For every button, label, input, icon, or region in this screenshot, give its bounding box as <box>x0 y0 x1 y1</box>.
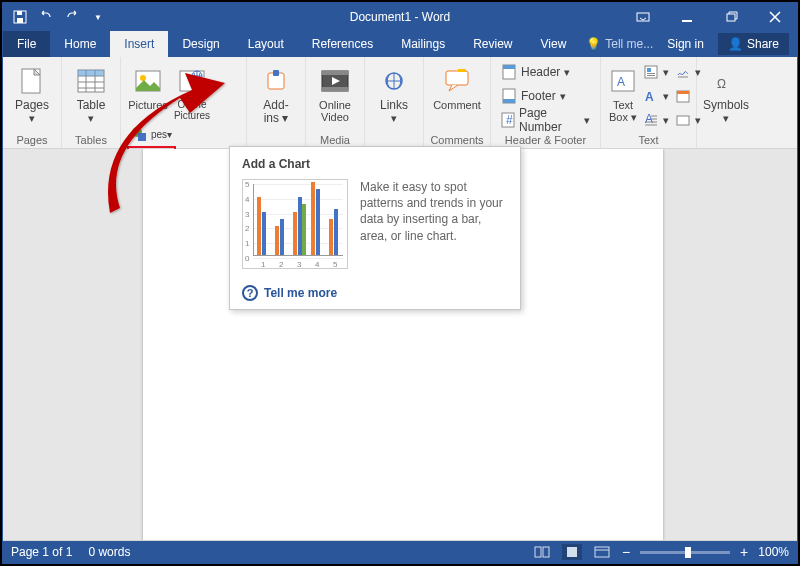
drop-cap-icon: A <box>643 112 659 128</box>
tab-view[interactable]: View <box>527 31 581 57</box>
svg-text:A: A <box>617 75 625 89</box>
tab-mailings[interactable]: Mailings <box>387 31 459 57</box>
symbols-button[interactable]: Ω Symbols▾ <box>703 61 749 124</box>
online-pictures-icon <box>176 65 208 97</box>
tell-me-search[interactable]: 💡Tell me... <box>586 37 653 51</box>
print-layout-button[interactable] <box>562 544 582 560</box>
quick-access-toolbar: ▼ <box>3 6 109 28</box>
svg-rect-40 <box>647 75 655 76</box>
svg-rect-50 <box>595 547 609 557</box>
tab-review[interactable]: Review <box>459 31 526 57</box>
pages-button[interactable]: Pages▾ <box>9 61 55 124</box>
table-icon <box>75 65 107 97</box>
text-box-icon: A <box>607 65 639 97</box>
ribbon-options-icon[interactable] <box>621 3 665 31</box>
group-links: Links▾ . <box>365 57 424 148</box>
zoom-out-button[interactable]: − <box>622 544 630 560</box>
svg-rect-5 <box>727 14 735 21</box>
group-header-footer: Header ▾ Footer ▾ #Page Number ▾ Header … <box>491 57 601 148</box>
video-icon <box>319 65 351 97</box>
svg-rect-47 <box>535 547 541 557</box>
title-bar: ▼ Document1 - Word <box>3 3 797 31</box>
chart-tooltip: Add a Chart 01234512345 Make it easy to … <box>229 146 521 310</box>
svg-rect-39 <box>647 73 655 74</box>
tab-design[interactable]: Design <box>168 31 233 57</box>
svg-rect-32 <box>503 99 515 103</box>
svg-rect-27 <box>446 71 468 85</box>
document-title: Document1 - Word <box>350 10 450 24</box>
svg-point-10 <box>140 75 146 81</box>
footer-icon <box>501 88 517 104</box>
svg-rect-4 <box>682 20 692 22</box>
text-box-button[interactable]: A TextBox ▾ <box>607 61 639 123</box>
status-bar: Page 1 of 1 0 words − + 100% <box>3 541 797 563</box>
group-tables: Table▾ Tables <box>62 57 121 148</box>
online-video-button[interactable]: OnlineVideo <box>312 61 358 123</box>
svg-text:#: # <box>506 113 513 127</box>
date-icon <box>675 88 691 104</box>
online-pictures-button[interactable]: OnlinePictures <box>171 61 213 121</box>
minimize-button[interactable] <box>665 3 709 31</box>
ribbon: Pages▾ Pages Table▾ Tables Pictures <box>3 57 797 149</box>
share-icon: 👤 <box>728 37 743 51</box>
svg-rect-30 <box>503 65 515 69</box>
page-number-button[interactable]: #Page Number ▾ <box>497 109 594 131</box>
lightbulb-icon: 💡 <box>586 37 601 51</box>
sign-in-link[interactable]: Sign in <box>657 37 714 51</box>
tab-layout[interactable]: Layout <box>234 31 298 57</box>
svg-rect-8 <box>78 70 104 76</box>
object-icon <box>675 112 691 128</box>
group-symbols: Ω Symbols▾ . <box>697 57 755 148</box>
svg-rect-48 <box>543 547 549 557</box>
quick-parts-icon <box>643 64 659 80</box>
svg-rect-14 <box>138 133 146 141</box>
addins-button[interactable]: Add-ins ▾ <box>253 61 299 125</box>
links-button[interactable]: Links▾ <box>371 61 417 124</box>
read-mode-button[interactable] <box>532 544 552 560</box>
zoom-level[interactable]: 100% <box>758 545 789 559</box>
customize-qat-icon[interactable]: ▼ <box>87 6 109 28</box>
header-icon <box>501 64 517 80</box>
comment-button[interactable]: Comment <box>430 61 484 111</box>
zoom-in-button[interactable]: + <box>740 544 748 560</box>
share-button[interactable]: 👤Share <box>718 33 789 55</box>
web-layout-button[interactable] <box>592 544 612 560</box>
drop-cap-button[interactable]: A▾ <box>641 109 671 131</box>
group-comments: Comment Comments <box>424 57 491 148</box>
footer-button[interactable]: Footer ▾ <box>497 85 594 107</box>
svg-rect-49 <box>567 547 577 557</box>
zoom-slider[interactable] <box>640 551 730 554</box>
tab-home[interactable]: Home <box>50 31 110 57</box>
word-count[interactable]: 0 words <box>88 545 130 559</box>
pictures-button[interactable]: Pictures <box>127 61 169 111</box>
group-media: OnlineVideo Media <box>306 57 365 148</box>
svg-rect-45 <box>677 116 689 125</box>
undo-button[interactable] <box>35 6 57 28</box>
shapes-button[interactable]: pes▾ <box>127 123 176 145</box>
tab-insert[interactable]: Insert <box>110 31 168 57</box>
pictures-icon <box>132 65 164 97</box>
tab-file[interactable]: File <box>3 31 50 57</box>
redo-button[interactable] <box>61 6 83 28</box>
tell-me-more-link[interactable]: ? Tell me more <box>242 279 508 301</box>
close-button[interactable] <box>753 3 797 31</box>
svg-rect-38 <box>647 68 651 72</box>
tooltip-title: Add a Chart <box>242 157 508 171</box>
wordart-icon: A <box>643 88 659 104</box>
group-addins: Add-ins ▾ Add-ins <box>247 57 306 148</box>
svg-rect-25 <box>322 87 348 91</box>
quick-parts-button[interactable]: ▾ <box>641 61 671 83</box>
tab-references[interactable]: References <box>298 31 387 57</box>
comment-icon <box>441 65 473 97</box>
svg-rect-2 <box>17 11 22 15</box>
restore-button[interactable] <box>709 3 753 31</box>
svg-text:Ω: Ω <box>717 77 726 91</box>
save-button[interactable] <box>9 6 31 28</box>
header-button[interactable]: Header ▾ <box>497 61 594 83</box>
page-indicator[interactable]: Page 1 of 1 <box>11 545 72 559</box>
svg-rect-28 <box>458 69 466 72</box>
wordart-button[interactable]: A▾ <box>641 85 671 107</box>
svg-rect-22 <box>273 70 279 76</box>
table-button[interactable]: Table▾ <box>68 61 114 124</box>
svg-text:A: A <box>645 90 654 104</box>
